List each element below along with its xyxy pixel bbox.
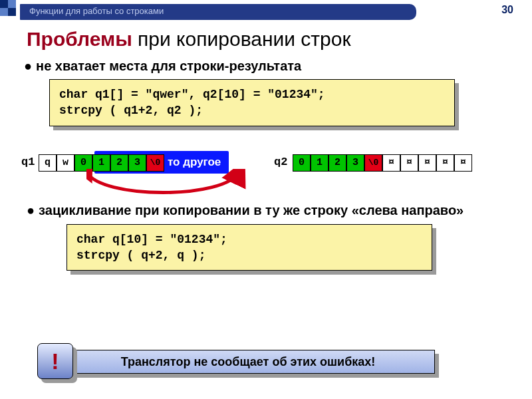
- cell: ¤: [454, 154, 472, 172]
- bullet-1: не хватает места для строки-результата: [24, 59, 532, 74]
- warning-box: Транслятор не сообщает об этих ошибках!: [61, 350, 435, 374]
- cell: ¤: [436, 154, 454, 172]
- cell: \0: [364, 154, 382, 172]
- cell: ¤: [418, 154, 436, 172]
- warning-badge: !: [37, 343, 73, 379]
- title-emphasis: Проблемы: [27, 28, 132, 50]
- q1-label: q1: [21, 156, 35, 168]
- q2-label: q2: [274, 156, 287, 168]
- slide-title: Проблемы при копировании строк: [27, 28, 532, 51]
- page-number: 30: [501, 4, 513, 16]
- cell: ¤: [400, 154, 418, 172]
- topic-bar: Функции для работы со строками: [20, 4, 416, 20]
- overflow-arc-icon: [86, 169, 326, 201]
- bullet-2: зацикливание при копировании в ту же стр…: [27, 202, 532, 219]
- title-rest: при копировании строк: [132, 28, 351, 50]
- decorative-corner: [0, 0, 20, 20]
- cell: 3: [346, 154, 364, 172]
- code-block-1: char q1[] = "qwer", q2[10] = "01234"; st…: [49, 79, 455, 126]
- cell: q: [39, 154, 57, 172]
- cell: w: [57, 154, 74, 172]
- code-block-2: char q[10] = "01234"; strcpy ( q+2, q );: [66, 224, 432, 271]
- memory-diagram: то другое q1 q w 0 1 2 3 \0 q2 0 1 2 3 \…: [20, 146, 532, 186]
- cell: 2: [329, 154, 346, 172]
- cell: ¤: [382, 154, 400, 172]
